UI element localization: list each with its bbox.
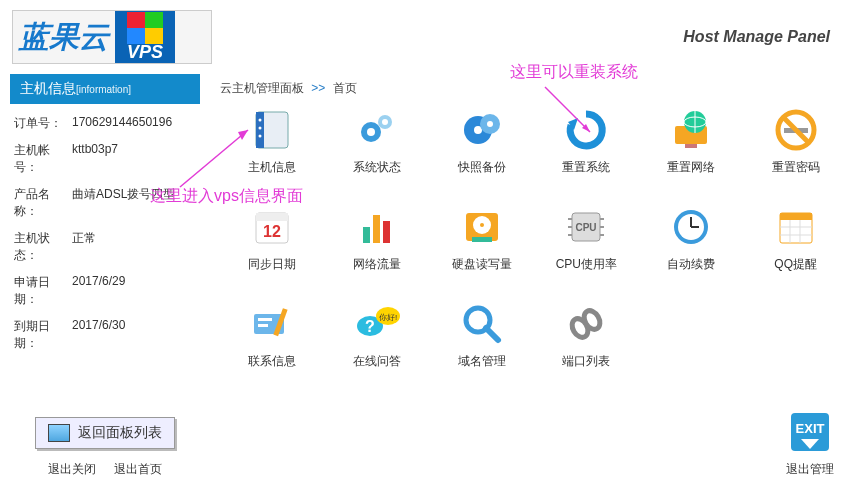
card-pencil-icon <box>249 301 295 347</box>
disk-io-item[interactable]: 硬盘读写量 <box>429 204 534 273</box>
svg-line-62 <box>486 328 498 340</box>
chat-bubbles-icon: ?你好! <box>354 301 400 347</box>
exit-home-link[interactable]: 退出首页 <box>114 461 162 478</box>
globe-monitor-icon <box>668 107 714 153</box>
monitor-icon <box>48 424 70 442</box>
bar-chart-icon <box>354 204 400 250</box>
svg-line-0 <box>545 87 590 132</box>
port-list-item[interactable]: 端口列表 <box>534 301 639 370</box>
gears-icon <box>354 107 400 153</box>
discs-icon <box>459 107 505 153</box>
svg-point-64 <box>581 308 603 332</box>
svg-text:?: ? <box>365 318 375 335</box>
svg-rect-19 <box>685 144 697 148</box>
svg-marker-3 <box>238 130 248 140</box>
net-traffic-item[interactable]: 网络流量 <box>325 204 430 273</box>
clock-icon <box>668 204 714 250</box>
panel-title: Host Manage Panel <box>683 28 830 46</box>
svg-point-16 <box>487 121 493 127</box>
exit-sign-icon: EXIT <box>787 409 833 455</box>
arrow-icon <box>540 82 600 142</box>
svg-text:12: 12 <box>263 223 281 240</box>
no-smoking-icon <box>773 107 819 153</box>
arrow-icon <box>170 122 260 192</box>
reset-network-item[interactable]: 重置网络 <box>639 107 744 176</box>
chain-link-icon <box>563 301 609 347</box>
svg-text:EXIT: EXIT <box>796 421 825 436</box>
svg-rect-30 <box>383 221 390 243</box>
magnifier-icon <box>459 301 505 347</box>
calendar-grid-icon <box>773 204 819 250</box>
svg-rect-29 <box>373 215 380 243</box>
sync-date-item[interactable]: 12 同步日期 <box>220 204 325 273</box>
brand-logo: 蓝果云 VPS <box>12 10 212 64</box>
svg-line-2 <box>180 130 248 187</box>
backup-item[interactable]: 快照备份 <box>429 107 534 176</box>
system-status-item[interactable]: 系统状态 <box>325 107 430 176</box>
annotation-reinstall: 这里可以重装系统 <box>510 62 638 83</box>
svg-rect-28 <box>363 227 370 243</box>
exit-manage-item[interactable]: EXIT 退出管理 <box>786 409 834 478</box>
svg-point-10 <box>367 128 375 136</box>
svg-text:你好!: 你好! <box>379 313 397 322</box>
return-panel-list-button[interactable]: 返回面板列表 <box>35 417 175 449</box>
svg-rect-26 <box>256 213 288 221</box>
svg-rect-54 <box>258 318 272 321</box>
auto-renew-item[interactable]: 自动续费 <box>639 204 744 273</box>
cpu-chip-icon: CPU <box>563 204 609 250</box>
svg-point-33 <box>480 223 484 227</box>
svg-text:CPU: CPU <box>576 222 597 233</box>
calendar-icon: 12 <box>249 204 295 250</box>
svg-rect-48 <box>780 213 812 220</box>
windows-flag-icon: VPS <box>115 11 175 63</box>
svg-rect-34 <box>472 237 492 242</box>
svg-rect-55 <box>258 324 268 327</box>
logo-text: 蓝果云 <box>13 17 115 58</box>
hard-drive-icon <box>459 204 505 250</box>
qq-remind-item[interactable]: QQ提醒 <box>743 204 848 273</box>
domain-mgmt-item[interactable]: 域名管理 <box>429 301 534 370</box>
exit-close-link[interactable]: 退出关闭 <box>48 461 96 478</box>
cpu-usage-item[interactable]: CPU CPU使用率 <box>534 204 639 273</box>
sidebar-header: 主机信息[information] <box>10 74 200 104</box>
svg-point-12 <box>382 119 388 125</box>
online-qa-item[interactable]: ?你好! 在线问答 <box>325 301 430 370</box>
contact-item[interactable]: 联系信息 <box>220 301 325 370</box>
reset-password-item[interactable]: 重置密码 <box>743 107 848 176</box>
